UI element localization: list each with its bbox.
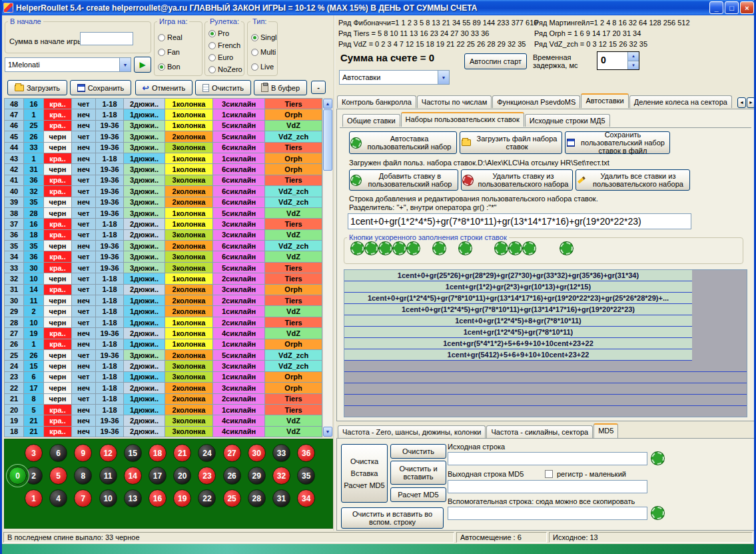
autobet-user-set-button[interactable]: Автоставка пользовательский набор xyxy=(349,131,457,154)
quick-chip-button-10[interactable] xyxy=(523,242,536,255)
quick-chip-button-8[interactable] xyxy=(495,242,508,255)
history-row[interactable]: 4433черннеч19-363дюжи..3колонка6сиклайнT… xyxy=(5,143,322,153)
radio-euro[interactable]: Euro xyxy=(208,53,233,61)
spinner-down-button[interactable]: ▼ xyxy=(628,61,639,70)
delay-spinner[interactable]: 0 ▲ ▼ xyxy=(597,51,639,70)
save-bet-file-button[interactable]: Сохранить пользовательский набор ставок … xyxy=(565,131,670,154)
md5-clear-button[interactable]: Очистить xyxy=(390,444,446,459)
tabs-scroll-left-button[interactable]: ◄ xyxy=(737,97,746,108)
remove-all-bets-button[interactable]: Удалить все ставки из пользовательского … xyxy=(575,169,690,191)
board-number-13[interactable]: 13 xyxy=(124,489,142,507)
board-number-28[interactable]: 28 xyxy=(248,489,266,507)
history-row[interactable]: 3330кра..чет19-363дюжи..3колонка5сиклайн… xyxy=(5,263,322,273)
board-number-3[interactable]: 3 xyxy=(25,444,43,462)
board-number-33[interactable]: 33 xyxy=(272,444,290,462)
history-row[interactable]: 431кра..неч1-181дюжи..1колонка1сиклайнOr… xyxy=(5,153,322,164)
bet-list-item[interactable]: 1cent+0+gr(25*26)+gr(28*29)+gr(27*30)+gr… xyxy=(344,270,692,281)
radio-singl[interactable]: Singl xyxy=(251,33,276,41)
quick-chip-button-3[interactable] xyxy=(379,242,392,255)
md5-calc-button[interactable]: Расчет MD5 xyxy=(390,487,446,502)
board-number-36[interactable]: 36 xyxy=(297,444,315,462)
board-number-5[interactable]: 5 xyxy=(49,467,67,485)
board-number-8[interactable]: 8 xyxy=(74,467,92,485)
board-number-24[interactable]: 24 xyxy=(198,444,216,462)
board-number-25[interactable]: 25 xyxy=(223,489,241,507)
scroll-up-button[interactable]: ▲ xyxy=(323,99,332,109)
tab-wheel-sectors[interactable]: Деление колеса на сектора xyxy=(629,95,732,108)
save-button[interactable]: Сохранить xyxy=(70,80,131,95)
bet-list-item[interactable]: 1cent+gr(5*4*1*2)+5+6+9+10+10cent+23+22 xyxy=(344,338,692,349)
md5-clear-paste-button[interactable]: Очистить и вставить xyxy=(390,461,446,485)
md5-aux-input[interactable] xyxy=(448,507,647,520)
history-row[interactable]: 261кра..неч1-181дюжи..1колонка1сиклайнOr… xyxy=(5,339,322,350)
history-row[interactable]: 2217черннеч1-182дюжи..2колонка3сиклайнOr… xyxy=(5,383,322,393)
history-row[interactable]: 4032кра..чет19-363дюжи..2колонка6сиклайн… xyxy=(5,186,322,197)
tab-freq-zero-chances[interactable]: Частота - Zero, шансы, дюжины, колонки xyxy=(338,425,486,438)
history-row[interactable]: 3618кра..чет1-182дюжи..3колонка3сиклайнV… xyxy=(5,230,322,241)
board-number-11[interactable]: 11 xyxy=(99,467,117,485)
clear-button[interactable]: Очистить xyxy=(195,80,251,95)
board-number-35[interactable]: 35 xyxy=(297,467,315,485)
md5-source-chip-button[interactable] xyxy=(651,452,664,465)
history-row[interactable]: 218чернчет1-181дюжи..2колонка2сиклайнTie… xyxy=(5,394,322,405)
board-number-26[interactable]: 26 xyxy=(223,467,241,485)
radio-multi[interactable]: Multi xyxy=(251,48,276,56)
board-number-34[interactable]: 34 xyxy=(297,489,315,507)
md5-case-checkbox[interactable] xyxy=(545,470,553,478)
history-row[interactable]: 3535черннеч19-363дюжи..2колонка6сиклайнV… xyxy=(5,241,322,251)
tab-bankroll-control[interactable]: Контроль банкролла xyxy=(337,95,416,108)
md5-source-input[interactable] xyxy=(448,452,647,465)
board-number-7[interactable]: 7 xyxy=(74,489,92,507)
history-row[interactable]: 3828чернчет19-363дюжи..1колонка5сиклайнV… xyxy=(5,208,322,219)
bet-list-item[interactable]: 1cent+gr(1*2*4*5)+gr(7*8*10*11) xyxy=(344,327,692,338)
undo-button[interactable]: ↩Отменить xyxy=(135,80,192,95)
board-number-14[interactable]: 14 xyxy=(124,467,142,485)
board-number-15[interactable]: 15 xyxy=(124,444,142,462)
history-row[interactable]: 3011черннеч1-181дюжи..2колонка2сиклайнTi… xyxy=(5,295,322,306)
quick-chip-button-6[interactable] xyxy=(433,242,446,255)
preset-combobox[interactable]: 1Melonati ▼ xyxy=(5,57,131,72)
history-row[interactable]: 205кра..неч1-181дюжи..2колонка1сиклайнTi… xyxy=(5,405,322,415)
board-number-1[interactable]: 1 xyxy=(25,489,43,507)
panel-splitter[interactable] xyxy=(334,15,335,531)
history-row[interactable]: 4136кра..чет19-363дюжи..3колонка6сиклайн… xyxy=(5,175,322,186)
radio-fan[interactable]: Fan xyxy=(158,48,180,56)
history-row[interactable]: 2719кра..неч19-362дюжи..1колонка4сиклайн… xyxy=(5,328,322,339)
autospin-button[interactable]: Автоспин старт xyxy=(464,53,527,69)
quick-chip-button-11[interactable] xyxy=(560,242,573,255)
history-row[interactable]: 3935черннеч19-363дюжи..2колонка6сиклайнV… xyxy=(5,197,322,208)
collapse-button[interactable]: - xyxy=(311,81,326,94)
md5-aux-chip-button[interactable] xyxy=(651,507,664,519)
radio-nozero[interactable]: NoZero xyxy=(208,65,242,73)
history-row[interactable]: 2415черннеч1-182дюжи..3колонка3сиклайнVd… xyxy=(5,361,322,371)
quick-chip-button-9[interactable] xyxy=(509,242,522,255)
history-row[interactable]: 292чернчет1-181дюжи..2колонка1сиклайнVdZ xyxy=(5,306,322,317)
board-number-12[interactable]: 12 xyxy=(99,444,117,462)
history-row[interactable]: 1921кра..неч19-362дюжи..3колонка4сиклайн… xyxy=(5,415,322,426)
maximize-button[interactable]: □ xyxy=(725,1,739,14)
history-row[interactable]: 3210чернчет1-181дюжи..1колонка2сиклайнTi… xyxy=(5,273,322,284)
tabs-scroll-right-button[interactable]: ► xyxy=(747,97,755,108)
radio-real[interactable]: Real xyxy=(158,33,183,41)
mode-chevron-down-icon[interactable]: ▼ xyxy=(438,71,449,84)
board-number-0[interactable]: 0 xyxy=(9,467,27,485)
load-bet-file-button[interactable]: Загрузить файл набора ставок xyxy=(460,131,562,154)
load-button[interactable]: Загрузить xyxy=(7,80,67,95)
board-number-22[interactable]: 22 xyxy=(198,489,216,507)
history-row[interactable]: 2526чернчет19-363дюжи..2колонка5сиклайнV… xyxy=(5,350,322,361)
subtab-general-bets[interactable]: Общие ставки xyxy=(342,114,400,127)
history-row[interactable]: 3436кра..чет19-363дюжи..3колонка6сиклайн… xyxy=(5,251,322,262)
bet-list-item[interactable]: 1cent+0+gr(1*2*4*5)+gr(7*8*10*11)+gr(13*… xyxy=(344,304,692,315)
board-number-30[interactable]: 30 xyxy=(248,444,266,462)
board-number-6[interactable]: 6 xyxy=(49,444,67,462)
board-number-10[interactable]: 10 xyxy=(99,489,117,507)
subtab-md5-source-strings[interactable]: Исходные строки МД5 xyxy=(525,114,610,127)
chevron-down-icon[interactable]: ▼ xyxy=(119,58,131,71)
quick-chip-button-1[interactable] xyxy=(351,242,364,255)
minimize-button[interactable]: _ xyxy=(709,1,723,14)
board-number-4[interactable]: 4 xyxy=(49,489,67,507)
board-number-20[interactable]: 20 xyxy=(173,467,191,485)
bet-list-item[interactable]: 1cent+0+gr(1*2*4*5)+gr(7*8*10*11)+gr(13*… xyxy=(344,293,692,304)
board-number-32[interactable]: 32 xyxy=(272,467,290,485)
board-number-29[interactable]: 29 xyxy=(248,467,266,485)
